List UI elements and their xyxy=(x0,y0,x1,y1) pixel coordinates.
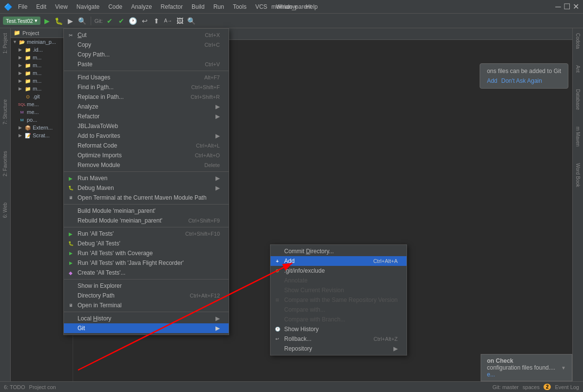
run-config-selector[interactable]: Test.Test02 ▾ xyxy=(3,17,40,25)
tree-arrow-scratch: ▶ xyxy=(19,133,24,138)
panel-codota-toggle[interactable]: Codota xyxy=(574,30,582,52)
bottom-check-notification: on Check configuration files found.... e… xyxy=(481,354,572,381)
debug-button[interactable]: 🐛 xyxy=(54,16,64,26)
panel-structure-toggle[interactable]: 7: Structure xyxy=(1,96,9,128)
ctx-analyze[interactable]: Analyze ▶ xyxy=(64,102,229,112)
ctx-remove-module[interactable]: Remove Module Delete xyxy=(64,160,229,170)
right-panel-strip: Codota Ant Database m Maven Word Book xyxy=(572,28,583,381)
coverage-button[interactable]: ▶ xyxy=(66,16,76,26)
panel-web-toggle[interactable]: 6: Web xyxy=(1,200,9,221)
pom-icon: M xyxy=(19,116,25,123)
bottom-notif-link[interactable]: e... xyxy=(487,371,495,378)
panel-maven-toggle[interactable]: m Maven xyxy=(574,124,582,149)
panel-database-toggle[interactable]: Database xyxy=(574,86,582,113)
git-check2-icon[interactable]: ✔ xyxy=(117,16,126,26)
ctx-show-explorer[interactable]: Show in Explorer xyxy=(64,281,229,291)
left-panel-strip: 1: Project 7: Structure 2: Favorites 6: … xyxy=(0,28,11,381)
ctx-run-coverage[interactable]: ▶ Run 'All Tests' with Coverage xyxy=(64,248,229,258)
ctx-create-all-tests[interactable]: ◆ Create 'All Tests'... xyxy=(64,268,229,278)
ctx-run-jfr[interactable]: ▶ Run 'All Tests' with 'Java Flight Reco… xyxy=(64,258,229,268)
ctx-local-history[interactable]: Local History ▶ xyxy=(64,314,229,323)
ctx-refactor[interactable]: Refactor ▶ xyxy=(64,112,229,121)
translate-icon[interactable]: A→ xyxy=(163,16,173,26)
notification-dont-ask-button[interactable]: Don't Ask Again xyxy=(501,77,542,84)
folder-icon-4: 📁 xyxy=(24,77,31,84)
profiler-button[interactable]: 🔍 xyxy=(78,16,87,26)
panel-ant-toggle[interactable]: Ant xyxy=(574,62,582,75)
panel-favorites-toggle[interactable]: 2: Favorites xyxy=(1,148,9,179)
menu-vcs[interactable]: VCS xyxy=(252,2,272,11)
ctx-copy[interactable]: Copy Ctrl+C xyxy=(64,40,229,50)
panel-wordbook-toggle[interactable]: Word Book xyxy=(574,160,582,190)
menu-run[interactable]: Run xyxy=(210,2,228,11)
ctx-rebuild-module[interactable]: Rebuild Module 'meinian_parent' Ctrl+Shi… xyxy=(64,216,229,225)
git-exclude[interactable]: ⊙ .git/info/exclude xyxy=(271,266,407,276)
ctx-open-terminal[interactable]: 🖥 Open in Terminal xyxy=(64,300,229,310)
ctx-jbl[interactable]: JBLJavaToWeb xyxy=(64,121,229,131)
event-log-label[interactable]: Event Log xyxy=(555,384,579,390)
ctx-rebuild-shortcut: Ctrl+Shift+F9 xyxy=(188,218,220,224)
ctx-remove-module-label: Remove Module xyxy=(78,162,202,168)
todo-button[interactable]: 6: TODO xyxy=(4,384,25,390)
maximize-button[interactable]: ☐ xyxy=(564,3,570,10)
ctx-find-usages[interactable]: Find Usages Alt+F7 xyxy=(64,73,229,82)
git-push-icon[interactable]: ⬆ xyxy=(152,16,161,26)
notification-add-button[interactable]: Add xyxy=(487,77,497,84)
git-revert-icon[interactable]: ↩ xyxy=(140,16,150,26)
menu-refactor[interactable]: Refactor xyxy=(157,2,187,11)
close-button[interactable]: ✕ xyxy=(572,3,579,10)
git-history-icon[interactable]: 🕐 xyxy=(128,16,138,26)
tree-label-3: m... xyxy=(33,70,41,76)
ctx-reformat[interactable]: Reformat Code Ctrl+Alt+L xyxy=(64,141,229,150)
title-bar: 🔷 File Edit View Navigate Code Analyze R… xyxy=(0,0,583,14)
ctx-find-in-path[interactable]: Find in Path... Ctrl+Shift+F xyxy=(64,82,229,92)
ctx-debug-maven[interactable]: 🐛 Debug Maven ▶ xyxy=(64,183,229,193)
ctx-open-terminal-maven[interactable]: 🖥 Open Terminal at the Current Maven Mod… xyxy=(64,193,229,203)
git-rollback-shortcut: Ctrl+Alt+Z xyxy=(373,336,398,342)
refactor-submenu-icon: ▶ xyxy=(215,113,220,120)
menu-code[interactable]: Code xyxy=(104,2,126,11)
separator-1 xyxy=(91,17,91,25)
ctx-build-module[interactable]: Build Module 'meinian_parent' xyxy=(64,206,229,216)
menu-navigate[interactable]: Navigate xyxy=(73,2,103,11)
menu-analyze[interactable]: Analyze xyxy=(127,2,156,11)
ctx-run-all-tests[interactable]: ▶ Run 'All Tests' Ctrl+Shift+F10 xyxy=(64,229,229,239)
git-commit-dir[interactable]: Commit Directory... xyxy=(271,246,407,256)
panel-project-toggle[interactable]: 1: Project xyxy=(1,30,9,56)
ctx-run-all-label: Run 'All Tests' xyxy=(78,230,183,237)
menu-tools[interactable]: Tools xyxy=(229,2,251,11)
ctx-copy-path[interactable]: Copy Path... xyxy=(64,50,229,59)
ctx-directory-path-label: Directory Path xyxy=(78,292,188,299)
menu-file[interactable]: File xyxy=(14,2,31,11)
ctx-run-maven[interactable]: ▶ Run Maven ▶ xyxy=(64,173,229,183)
ctx-optimize[interactable]: Optimize Imports Ctrl+Alt+O xyxy=(64,150,229,160)
rollback-icon: ↩ xyxy=(273,335,281,343)
git-compare-branch: Compare with Branch... xyxy=(271,315,407,324)
ctx-paste[interactable]: Paste Ctrl+V xyxy=(64,59,229,69)
ctx-copy-label: Copy xyxy=(78,41,203,48)
git-submenu: Commit Directory... + Add Ctrl+Alt+A ⊙ .… xyxy=(270,244,407,355)
bottom-notif-content: on Check configuration files found.... e… xyxy=(487,357,555,378)
tree-label-git: .git xyxy=(33,93,40,99)
ctx-directory-path[interactable]: Directory Path Ctrl+Alt+F12 xyxy=(64,291,229,300)
run-button[interactable]: ▶ xyxy=(42,16,52,26)
ctx-add-favorites[interactable]: Add to Favorites ▶ xyxy=(64,131,229,141)
tree-label-1: m... xyxy=(33,55,41,60)
screenshot-icon[interactable]: 🖼 xyxy=(175,16,185,26)
git-show-history[interactable]: 🕐 Show History xyxy=(271,324,407,334)
minimize-button[interactable]: ─ xyxy=(555,3,562,10)
git-repository[interactable]: Repository ▶ xyxy=(271,344,407,354)
menu-build[interactable]: Build xyxy=(188,2,209,11)
ctx-debug-all-tests[interactable]: 🐛 Debug 'All Tests' xyxy=(64,239,229,248)
ctx-git[interactable]: Git ▶ xyxy=(64,323,229,333)
menu-edit[interactable]: Edit xyxy=(32,2,50,11)
git-add[interactable]: + Add Ctrl+Alt+A xyxy=(271,256,407,266)
menu-view[interactable]: View xyxy=(51,2,72,11)
create-icon: ◆ xyxy=(67,269,75,277)
ctx-jbl-label: JBLJavaToWeb xyxy=(78,123,220,130)
ctx-replace-in-path[interactable]: Replace in Path... Ctrl+Shift+R xyxy=(64,92,229,102)
git-rollback[interactable]: ↩ Rollback... Ctrl+Alt+Z xyxy=(271,334,407,344)
search-everywhere-icon[interactable]: 🔍 xyxy=(187,16,196,26)
ctx-cut[interactable]: ✂ Cut Ctrl+X xyxy=(64,30,229,40)
git-check-icon[interactable]: ✔ xyxy=(105,16,115,26)
